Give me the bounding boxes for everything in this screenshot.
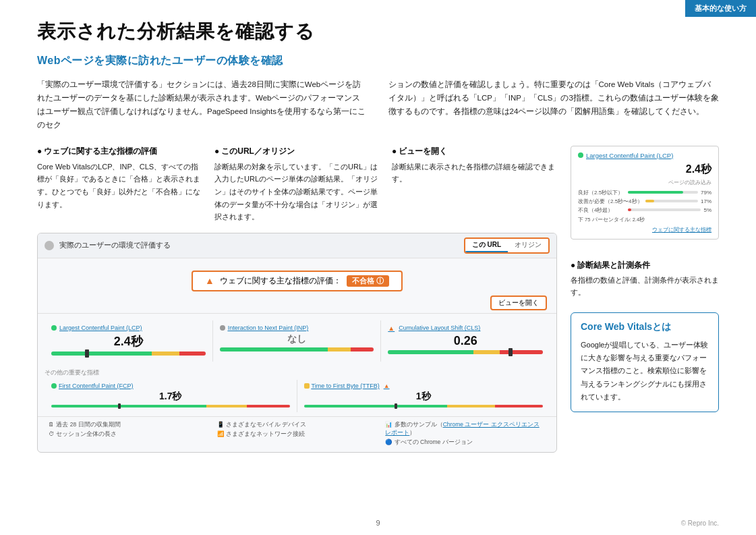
- url-tab-origin[interactable]: オリジン: [508, 239, 548, 252]
- bar-pct-good: 79%: [701, 190, 711, 196]
- bar-label-improve: 改善が必要（2.5秒〜4秒）: [578, 198, 643, 205]
- other-metrics-row: First Contentful Paint (FCP) 1.7秒: [38, 377, 556, 416]
- metric-lcp-bar: [51, 351, 206, 356]
- info-col-1: ウェブに関する主な指標の評価 Core Web VitalsのLCP、INP、C…: [37, 146, 202, 223]
- diag-info-body: 各指標の数値と評価、計測条件が表示されます。: [571, 274, 719, 299]
- footer-col-1-row-2: ⏱ セッション全体の長さ: [49, 430, 209, 439]
- fcp-marker: [118, 403, 121, 409]
- footer-col-3-row-1: 📊 多数のサンプル（Chrome ユーザー エクスペリエンス レポート）: [385, 421, 546, 437]
- url-tab-this[interactable]: この URL: [465, 239, 508, 252]
- main-content: 表示された分析結果を確認する Webページを実際に訪れたユーザーの体験を確認 「…: [0, 0, 756, 476]
- bar-pct-bad: 5%: [703, 207, 711, 213]
- bar-pct-improve: 17%: [701, 198, 711, 204]
- bar-row-good: 良好（2.5秒以下） 79%: [578, 189, 711, 196]
- info-col-2: このURL／オリジン 診断結果の対象を示しています。「このURL」は入力したUR…: [214, 146, 380, 223]
- view-panel-bars: 良好（2.5秒以下） 79% 改善が必要（2.5秒〜4秒） 17% 不良（4秒超…: [578, 189, 711, 214]
- bar-label-good: 良好（2.5秒以下）: [578, 189, 625, 196]
- footer-col-2-row-2: 📶 さまざまなネットワーク接続: [217, 430, 378, 439]
- info-col-3-title: ビューを開く: [392, 146, 557, 157]
- info-col-1-body: Core Web VitalsのLCP、INP、CLS、すべての指標が「良好」で…: [37, 161, 202, 211]
- copyright: © Repro Inc.: [681, 519, 719, 527]
- footer-meta: 🗓 過去 28 日間の収集期間 ⏱ セッション全体の長さ 📱 さまざまなモバイル…: [38, 416, 556, 452]
- mini-bar-fill-good: [628, 191, 683, 194]
- metric-lcp-value: 2.4秒: [51, 333, 206, 349]
- mini-bar-good: [628, 191, 698, 194]
- cwv-box: Core Web Vitalsとは Googleが提唱している、ユーザー体験に大…: [571, 312, 719, 412]
- bar-label-bad: 不良（4秒超）: [578, 206, 625, 214]
- info-col-1-title: ウェブに関する主な指標の評価: [37, 146, 202, 157]
- mini-bar-fill-bad: [628, 208, 631, 211]
- footer-col-1: 🗓 過去 28 日間の収集期間 ⏱ セッション全体の長さ: [45, 420, 213, 449]
- footer-col-3: 📊 多数のサンプル（Chrome ユーザー エクスペリエンス レポート） 🔵 す…: [381, 420, 550, 449]
- view-panel: Largest Contentful Paint (LCP) 2.4秒 ページの…: [571, 146, 719, 240]
- right-col: Largest Contentful Paint (LCP) 2.4秒 ページの…: [571, 146, 719, 462]
- other-metrics-label: その他の重要な指標: [38, 366, 556, 377]
- fcp-value: 1.7秒: [51, 391, 290, 403]
- screenshot-box: 実際のユーザーの環境で評価する この URL オリジン ▲ ウェブに関す: [37, 233, 557, 453]
- footer-col-2-row-1: 📱 さまざまなモバイル デバイス: [217, 421, 378, 429]
- page-title: 表示された分析結果を確認する: [37, 19, 719, 45]
- header-icon: [45, 241, 54, 250]
- metric-inp: Interaction to Next Paint (INP) なし: [213, 320, 382, 362]
- top-badge: 基本的な使い方: [685, 0, 756, 17]
- mini-bar-bad: [628, 208, 701, 211]
- header-title: 実際のユーザーの環境で評価する: [59, 240, 171, 250]
- footer-col-3-row-2: 🔵 すべての Chrome バージョン: [385, 439, 546, 447]
- view-button[interactable]: ビューを開く: [490, 295, 547, 310]
- info-col-2-body: 診断結果の対象を示しています。「このURL」は入力したURLのページ単体の診断結…: [214, 161, 380, 223]
- fail-badge: 不合格 ⓘ: [347, 275, 389, 287]
- metric-cls-bar: [388, 350, 543, 354]
- ttfb-value: 1秒: [304, 391, 544, 403]
- intro-text: 「実際のユーザー環境で評価する」セクションには、過去28日間に実際にWebページ…: [37, 78, 719, 132]
- section-title: Webページを実際に訪れたユーザーの体験を確認: [37, 54, 719, 68]
- cwv-box-title: Core Web Vitalsとは: [581, 321, 709, 333]
- metric-lcp-label: Largest Contentful Paint (LCP): [51, 325, 206, 331]
- diag-info-title: 診断結果と計測条件: [571, 260, 719, 271]
- percentile-label: 下 75 パーセンタイル: 2.4秒: [578, 217, 711, 223]
- metric-inp-label: Interaction to Next Paint (INP): [220, 325, 374, 331]
- ttfb-bar: [304, 405, 544, 407]
- mini-bar-fill-improve: [645, 200, 654, 202]
- fcp-dot: [51, 383, 57, 389]
- view-panel-sub: ページの読み込み: [578, 179, 711, 186]
- screenshot-header: 実際のユーザーの環境で評価する この URL オリジン: [38, 233, 556, 258]
- ttfb-label: Time to First Byte (TTFB) ▲: [304, 383, 544, 389]
- metric-fcp: First Contentful Paint (FCP) 1.7秒: [45, 380, 297, 412]
- page-number: 9: [376, 519, 380, 527]
- ttfb-dot: [304, 383, 310, 389]
- left-col: ウェブに関する主な指標の評価 Core Web VitalsのLCP、INP、C…: [37, 146, 557, 462]
- mini-bar-improve: [645, 200, 698, 202]
- metric-cls: ▲ Cumulative Layout Shift (CLS) 0.26: [381, 320, 550, 362]
- metric-inp-value: なし: [220, 333, 374, 345]
- inp-dot: [220, 325, 225, 331]
- cls-marker: [508, 348, 513, 356]
- lcp-marker: [85, 349, 89, 358]
- fcp-label: First Contentful Paint (FCP): [51, 383, 290, 389]
- intro-left: 「実際のユーザー環境で評価する」セクションには、過去28日間に実際にWebページ…: [37, 78, 368, 132]
- metrics-row: Largest Contentful Paint (LCP) 2.4秒: [38, 313, 556, 366]
- screenshot-wrapper: 実際のユーザーの環境で評価する この URL オリジン ▲ ウェブに関す: [38, 233, 556, 452]
- footer-col-2: 📱 さまざまなモバイル デバイス 📶 さまざまなネットワーク接続: [213, 420, 382, 449]
- main-eval-label: ウェブに関する主な指標の評価：: [220, 275, 341, 287]
- bar-row-improve: 改善が必要（2.5秒〜4秒） 17%: [578, 198, 711, 205]
- bar-row-bad: 不良（4秒超） 5%: [578, 206, 711, 214]
- view-panel-title: Largest Contentful Paint (LCP): [578, 152, 711, 159]
- metric-cls-label: ▲ Cumulative Layout Shift (CLS): [388, 325, 543, 332]
- fcp-bar: [51, 405, 290, 407]
- info-columns: ウェブに関する主な指標の評価 Core Web VitalsのLCP、INP、C…: [37, 146, 557, 223]
- metric-cls-value: 0.26: [388, 334, 543, 348]
- view-panel-link[interactable]: ウェブに関する主な指標: [578, 226, 711, 233]
- diag-info: 診断結果と計測条件 各指標の数値と評価、計測条件が表示されます。: [571, 260, 719, 299]
- intro-right: ションの数値と評価を確認しましょう。特に重要なのは「Core Web Vital…: [388, 78, 720, 132]
- metric-inp-bar: [220, 347, 374, 351]
- ttfb-marker: [395, 403, 397, 409]
- lower-section: ウェブに関する主な指標の評価 Core Web VitalsのLCP、INP、C…: [37, 146, 719, 462]
- page: 基本的な使い方 表示された分析結果を確認する Webページを実際に訪れたユーザー…: [0, 0, 756, 535]
- footer-col-1-row-1: 🗓 過去 28 日間の収集期間: [49, 421, 209, 429]
- info-col-3: ビューを開く 診断結果に表示された各指標の詳細を確認できます。: [392, 146, 557, 223]
- metric-lcp: Largest Contentful Paint (LCP) 2.4秒: [45, 320, 213, 362]
- info-col-3-body: 診断結果に表示された各指標の詳細を確認できます。: [392, 161, 557, 186]
- cwv-box-body: Googleが提唱している、ユーザー体験に大きな影響を与える重要なパフォーマンス…: [581, 339, 709, 403]
- view-panel-value: 2.4秒: [578, 163, 711, 177]
- view-panel-dot: [578, 152, 583, 158]
